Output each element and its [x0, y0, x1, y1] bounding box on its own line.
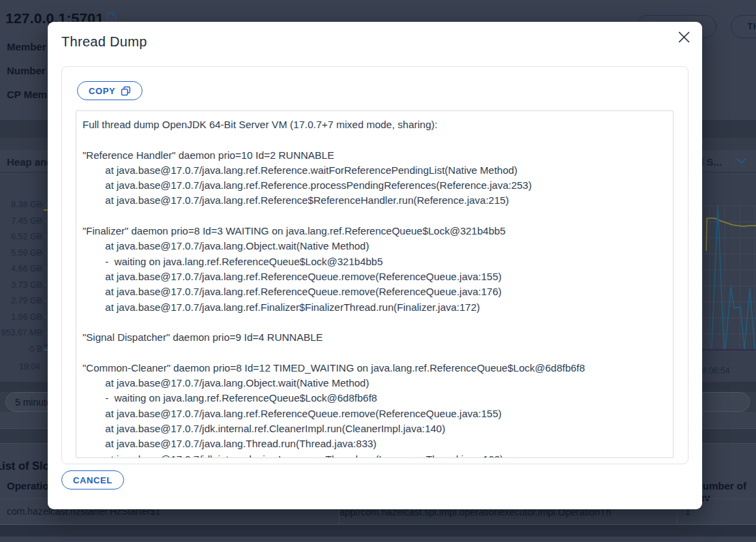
modal-title: Thread Dump [61, 34, 147, 50]
chevron-down-icon[interactable] [736, 157, 747, 164]
screen: 127.0.0.1:5701 THREAD DUMP Member Number… [0, 0, 756, 542]
heap-chart-title: Heap and [7, 156, 53, 168]
member-info-label-1: Member [7, 41, 46, 52]
footer-gap [0, 525, 756, 537]
heap-y-axis [44, 202, 44, 350]
member-info-label-2: Number [7, 65, 46, 76]
member-info-label-3: CP Memb [7, 89, 53, 100]
thread-dump-text: Full thread dump OpenJDK 64-Bit Server V… [76, 111, 673, 458]
ytick: 8.38 GB [0, 200, 42, 209]
cancel-button-label: CANCEL [73, 475, 112, 485]
ytick: 953.67 MB [0, 328, 42, 337]
table-row-border [0, 524, 756, 525]
thread-dump-button[interactable]: THREAD DUMP [731, 15, 756, 38]
heap-axis-ticks [39, 205, 44, 350]
right-chart [694, 170, 756, 355]
ytick: 6.52 GB [0, 232, 42, 241]
ytick: 7.45 GB [0, 216, 42, 226]
close-icon[interactable] [674, 27, 694, 47]
copy-button-label: COPY [89, 86, 115, 96]
modal-body-card: COPY Full thread dump OpenJDK 64-Bit Ser… [61, 66, 689, 464]
right-chart-blue-line [702, 206, 756, 350]
thread-dump-button-label: THREAD DUMP [747, 22, 756, 31]
ytick: 2.79 GB [0, 296, 42, 305]
cancel-button[interactable]: CANCEL [61, 470, 124, 490]
ytick: 3.73 GB [0, 280, 42, 290]
ytick: 5.59 GB [0, 248, 42, 258]
heap-xtick: 19:04 [19, 362, 40, 372]
ytick: 0 B [0, 344, 42, 354]
copy-button[interactable]: COPY [77, 81, 142, 100]
copy-icon [121, 86, 131, 96]
ytick: 1.86 GB [0, 312, 42, 322]
thread-dump-modal: Thread Dump COPY Full thread dump OpenJD… [48, 22, 702, 509]
right-chart-yellow-line [706, 218, 756, 251]
thread-dump-textbox[interactable]: Full thread dump OpenJDK 64-Bit Server V… [76, 110, 674, 458]
column-header-invocations: Number of Inv [695, 480, 756, 503]
ytick: 4.66 GB [0, 264, 42, 273]
